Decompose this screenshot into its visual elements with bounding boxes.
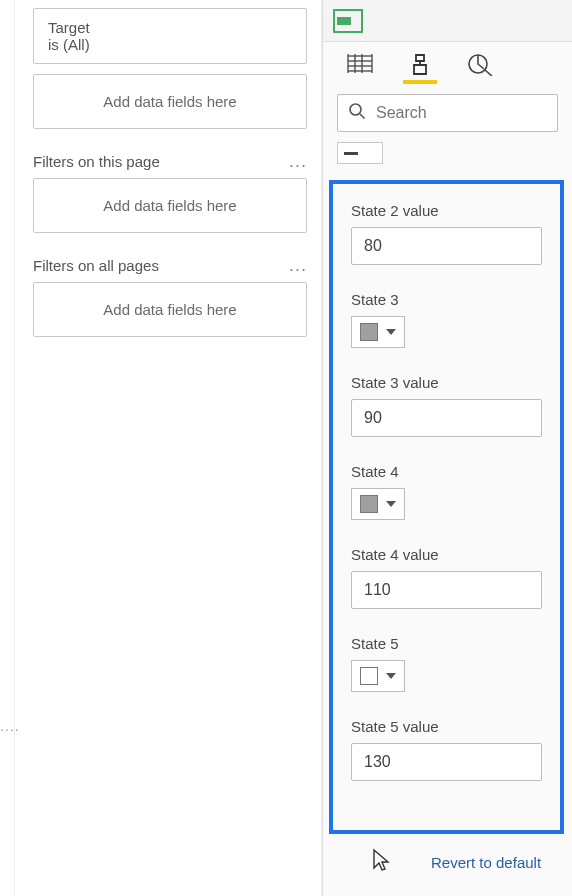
add-fields-visual[interactable]: Add data fields here [33, 74, 307, 129]
gauge-visual-icon[interactable] [333, 9, 363, 33]
state5-value-input[interactable] [351, 743, 542, 781]
state5-color-picker[interactable] [351, 660, 405, 692]
page-filters-more-icon[interactable]: ... [289, 151, 307, 172]
visualizations-header [323, 0, 572, 42]
add-fields-all-pages[interactable]: Add data fields here [33, 282, 307, 337]
svg-point-12 [350, 104, 361, 115]
page-filters-heading: Filters on this page [33, 153, 160, 170]
filter-card-target[interactable]: Target is (All) [33, 8, 307, 64]
state5-color-swatch [360, 667, 378, 685]
format-options-highlight: State 2 value State 3 State 3 value Stat… [329, 180, 564, 834]
state4-color-picker[interactable] [351, 488, 405, 520]
chevron-down-icon [386, 329, 396, 335]
format-search-box[interactable] [337, 94, 558, 132]
state4-color-swatch [360, 495, 378, 513]
state3-color-swatch [360, 323, 378, 341]
state3-value-label: State 3 value [351, 374, 542, 391]
add-fields-page[interactable]: Add data fields here [33, 178, 307, 233]
state4-label: State 4 [351, 463, 542, 480]
filter-field-name: Target [48, 19, 292, 36]
pane-tabs [323, 42, 572, 88]
filter-field-summary: is (All) [48, 36, 292, 53]
svg-line-11 [485, 70, 492, 76]
left-collapse-dots[interactable]: .... [0, 718, 20, 734]
collapsed-format-card[interactable] [337, 142, 383, 164]
state3-value-input[interactable] [351, 399, 542, 437]
state5-value-label: State 5 value [351, 718, 542, 735]
filters-pane: Target is (All) Add data fields here Fil… [14, 0, 322, 896]
state2-value-input[interactable] [351, 227, 542, 265]
tab-analytics[interactable] [463, 52, 497, 84]
tab-fields[interactable] [343, 52, 377, 84]
chevron-down-icon [386, 673, 396, 679]
state2-value-label: State 2 value [351, 202, 542, 219]
state3-label: State 3 [351, 291, 542, 308]
cursor-icon [371, 848, 391, 876]
all-pages-filters-heading: Filters on all pages [33, 257, 159, 274]
svg-line-13 [360, 114, 365, 119]
format-pane: State 2 value State 3 State 3 value Stat… [322, 0, 572, 896]
state4-value-label: State 4 value [351, 546, 542, 563]
revert-to-default-link[interactable]: Revert to default [431, 854, 541, 871]
all-pages-filters-more-icon[interactable]: ... [289, 255, 307, 276]
svg-rect-1 [337, 17, 351, 25]
state5-label: State 5 [351, 635, 542, 652]
format-search-input[interactable] [374, 103, 547, 123]
state4-value-input[interactable] [351, 571, 542, 609]
tab-format[interactable] [403, 52, 437, 84]
search-icon [348, 102, 366, 124]
state3-color-picker[interactable] [351, 316, 405, 348]
chevron-down-icon [386, 501, 396, 507]
